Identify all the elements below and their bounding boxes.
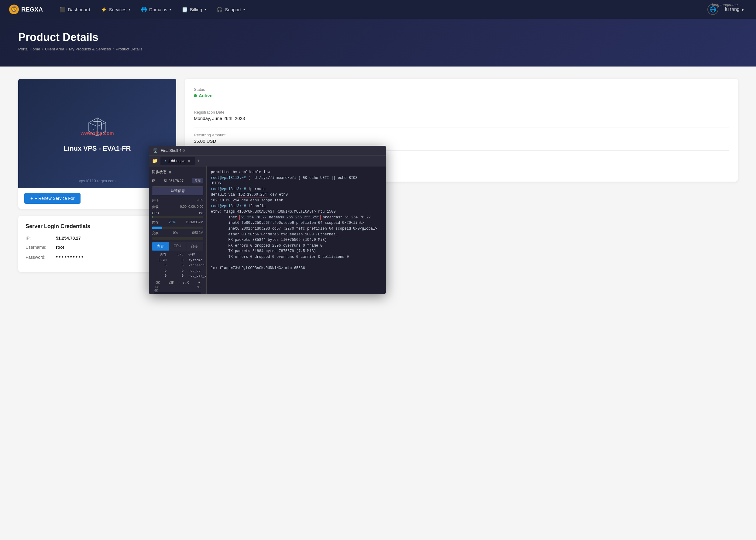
cpu-label: CPU: [152, 211, 159, 215]
term-line-0: permitted by applicable law.: [211, 170, 272, 174]
breadcrumb: Portal Home / Client Area / My Products …: [18, 47, 738, 51]
hero-band: Product Details Portal Home / Client Are…: [0, 19, 756, 67]
breadcrumb-products[interactable]: My Products & Services: [69, 47, 111, 51]
nav-services[interactable]: ⚡ Services ▾: [96, 4, 135, 15]
status-row: Status Active: [194, 87, 729, 98]
cred-user-row: Username: root: [26, 245, 169, 250]
status-label: Status: [194, 87, 729, 92]
status-dot: [194, 94, 197, 97]
cred-pass-value: ••••••••••: [56, 254, 84, 260]
renew-button[interactable]: + + Renew Service For: [24, 193, 80, 204]
term-line-3-cmd: ip route: [248, 187, 265, 191]
process-row-2: 0 0 rcu_gp: [154, 268, 201, 273]
dashboard-icon: ⬛: [59, 6, 66, 13]
folder-icon[interactable]: 📁: [152, 158, 158, 164]
cred-ip-row: IP: 51.254.78.27: [26, 236, 169, 240]
nav-billing[interactable]: 🗒️ Billing ▾: [177, 4, 210, 15]
fs-tabs: 📁 ● 1 dd-regxa ✕ +: [149, 156, 386, 167]
nav-items: ⬛ Dashboard ⚡ Services ▾ 🌐 Domains ▾ 🗒️ …: [55, 4, 707, 15]
nav-domains[interactable]: 🌐 Domains ▾: [136, 4, 175, 15]
process-row-1: 0 0 kthreadd: [154, 263, 201, 268]
tab-indicator: ●: [165, 160, 166, 162]
renew-label: + Renew Service For: [35, 196, 75, 201]
nav-dashboard-label: Dashboard: [68, 7, 90, 12]
ip-row: IP 51.254.78.27 复制: [152, 178, 203, 184]
tab-cmd[interactable]: 命令: [186, 242, 203, 251]
recurring-label: Recurring Amount: [194, 133, 729, 137]
blog-watermark: blog.tanglu.me: [712, 2, 738, 7]
cpu-value: 1%: [199, 211, 203, 215]
term-gateway-box: 162.19.60.254: [237, 192, 268, 198]
user-name: lu tang: [725, 7, 740, 12]
nav-support[interactable]: 🎧 Support ▾: [212, 4, 249, 15]
status-text: Active: [199, 93, 213, 98]
copy-ip-button[interactable]: 复制: [192, 178, 203, 184]
swap-label: 交换: [152, 231, 159, 235]
tab-memory[interactable]: 内存: [152, 242, 169, 251]
cred-ip-label: IP:: [26, 236, 56, 240]
term-line-13: RX errors 0 dropped 2396 overruns 0 fram…: [211, 244, 322, 248]
breadcrumb-home[interactable]: Portal Home: [18, 47, 40, 51]
regdate-label: Registration Date: [194, 110, 729, 114]
fs-bottom-tabs: 内存 CPU 命令: [152, 242, 203, 251]
load-label: 负载: [152, 205, 159, 209]
tab-cpu[interactable]: CPU: [169, 242, 186, 251]
nav-dashboard[interactable]: ⬛ Dashboard: [55, 4, 94, 15]
term-line-5: 162.19.60.254 dev eth0 scope link: [211, 198, 283, 202]
product-domain: vps18113.regxa.com: [79, 179, 116, 183]
regdate-row: Registration Date Monday, June 26th, 202…: [194, 110, 729, 121]
uptime-value: 9:59: [197, 198, 203, 203]
swap-bar-container: [152, 237, 203, 240]
services-caret: ▾: [129, 8, 130, 11]
mem-bar: [152, 226, 162, 229]
process-table: 内存 CPU 进程 9.7M 0 systemd 0 0 kthreadd 0 …: [152, 251, 203, 279]
fs-title: FinalShell 4.0: [161, 148, 185, 153]
sysinfo-button[interactable]: 系统信息: [152, 187, 203, 195]
fs-terminal[interactable]: permitted by applicable law. root@vps181…: [207, 167, 386, 284]
term-line-8a: inet: [211, 215, 239, 219]
finalshell-window: 🖥️ FinalShell 4.0 📁 ● 1 dd-regxa ✕ + 同步状…: [149, 146, 386, 284]
term-line-7: eth0: flags=4163<UP,BROADCAST,RUNNING,MU…: [211, 209, 336, 214]
cpu-bar: [152, 216, 153, 218]
term-line-15: TX errors 0 dropped 0 overruns 0 carrier…: [211, 255, 349, 259]
tab-close-icon[interactable]: ✕: [187, 159, 191, 163]
renew-icon: +: [30, 196, 33, 201]
term-line-12: RX packets 885844 bytes 110075569 (104.9…: [211, 238, 327, 242]
page-title: Product Details: [18, 31, 738, 44]
new-tab-button[interactable]: +: [197, 158, 200, 164]
status-value: Active: [194, 93, 729, 98]
net-down: ↓3K: [169, 281, 174, 284]
brand[interactable]: 🦁 REGXA: [9, 5, 43, 14]
sync-label: 同步状态: [152, 170, 167, 175]
domains-icon: 🌐: [141, 6, 147, 13]
breadcrumb-client[interactable]: Client Area: [45, 47, 65, 51]
billing-icon: 🗒️: [181, 6, 188, 13]
billing-caret: ▾: [205, 8, 206, 11]
swap-row: 交换 0% 0/512M: [152, 231, 203, 235]
fs-sidebar: 同步状态 IP 51.254.78.27 复制 系统信息 运行 9:59 负载 …: [149, 167, 207, 284]
term-line-8b: broadcast 51.254.78.27: [321, 215, 371, 219]
cred-pass-row: Password: ••••••••••: [26, 254, 169, 260]
term-inet-box: 51.254.78.27 netmask 255.255.255.255: [239, 215, 321, 220]
term-line-11: ether 00:50:56:0c:dd:e6 txqueuelen 1000 …: [211, 232, 338, 237]
term-line-17: lo: flags=73<UP,LOOPBACK,RUNNING> mtu 65…: [211, 266, 305, 270]
fs-tab-active[interactable]: ● 1 dd-regxa ✕: [160, 157, 195, 165]
swap-pct: 0%: [173, 231, 178, 235]
term-line-4b: dev eth0: [268, 193, 288, 197]
product-icon: [85, 114, 109, 139]
process-header: 内存 CPU 进程: [154, 252, 201, 258]
fs-body: 同步状态 IP 51.254.78.27 复制 系统信息 运行 9:59 负载 …: [149, 167, 386, 284]
term-line-1-cmd: [ -d /sys/firmware/efi ] && echo UEFI ||…: [248, 176, 357, 180]
divider-1: [194, 105, 729, 105]
load-value: 0.00, 0.00, 0.00: [180, 205, 203, 209]
domains-caret: ▾: [170, 8, 171, 11]
mem-row: 内存 20% 193M/952M: [152, 220, 203, 225]
net-up: ↑3K: [154, 281, 160, 284]
nav-domains-label: Domains: [149, 7, 167, 12]
regdate-value: Monday, June 26th, 2023: [194, 116, 729, 121]
sync-row: 同步状态: [152, 170, 203, 175]
term-line-10: inet6 2001:41d0:203:cd67::2270:fefc pref…: [211, 226, 377, 231]
cred-ip-value: 51.254.78.27: [56, 236, 81, 240]
cred-user-label: Username:: [26, 245, 56, 250]
recurring-row: Recurring Amount $5.00 USD: [194, 133, 729, 144]
